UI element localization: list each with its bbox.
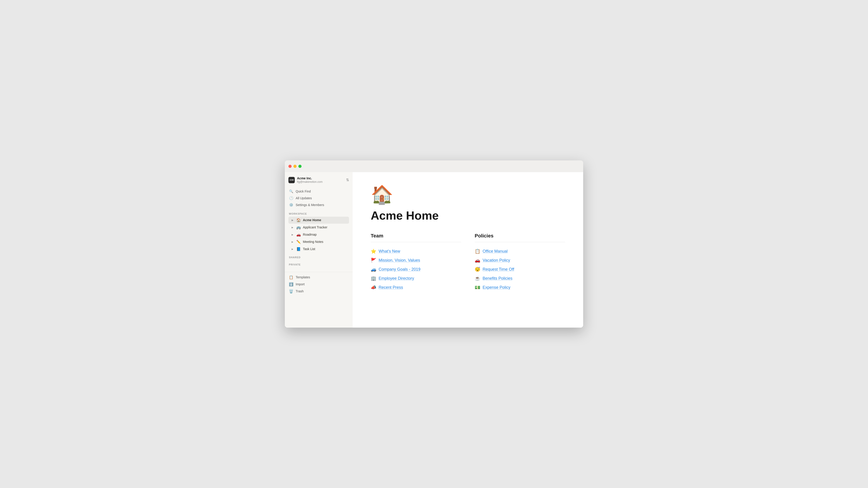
templates-button[interactable]: 📋 Templates [287,274,351,281]
workspace-switcher-button[interactable]: ⇅ [346,178,349,182]
link-expense-policy[interactable]: 💵 Expense Policy [475,283,565,292]
chevron-right-icon: ▶ [291,219,294,221]
minimize-button[interactable] [293,165,297,168]
trash-icon: 🗑️ [289,289,293,293]
nav-label-acme-home: Acme Home [303,218,347,222]
link-employee-directory[interactable]: 🏢 Employee Directory [371,274,461,283]
traffic-lights [288,165,302,168]
titlebar [285,160,583,172]
sidebar-item-applicant-tracker[interactable]: ▶ 🚌 Applicant Tracker [288,224,349,231]
page-title: Acme Home [371,209,565,222]
nav-emoji-task-list: 📘 [296,247,301,251]
chevron-right-icon: ▶ [291,248,294,250]
expense-policy-label: Expense Policy [483,285,510,290]
sidebar-item-roadmap[interactable]: ▶ 🚗 Roadmap [288,231,349,238]
chevron-right-icon: ▶ [291,226,294,229]
app-window: ACME Acme Inc. fig@makenotion.com ⇅ 🔍 Qu… [285,160,583,328]
clock-icon: 🕐 [289,196,293,200]
templates-label: Templates [296,275,310,279]
quick-find-button[interactable]: 🔍 Quick Find [287,188,351,195]
import-button[interactable]: ⬇️ Import [287,281,351,288]
request-time-off-label: Request Time Off [483,267,514,272]
chevron-right-icon: ▶ [291,240,294,243]
import-icon: ⬇️ [289,282,293,287]
employee-directory-emoji: 🏢 [371,275,376,281]
page-columns: Team ⭐ What's New 🚩 Mission, Vision, Val… [371,233,565,292]
team-column: Team ⭐ What's New 🚩 Mission, Vision, Val… [371,233,461,292]
sidebar-item-meeting-notes[interactable]: ▶ ✏️ Meeting Notes [288,238,349,246]
settings-button[interactable]: ⚙️ Settings & Members [287,201,351,208]
workspace-header: ACME Acme Inc. fig@makenotion.com ⇅ [285,172,352,187]
policies-column: Policies 📋 Office Manual 🚗 Vacation Poli… [475,233,565,292]
templates-icon: 📋 [289,275,293,280]
expense-policy-emoji: 💵 [475,285,480,290]
gear-icon: ⚙️ [289,203,293,207]
workspace-logo: ACME [288,177,295,183]
maximize-button[interactable] [298,165,302,168]
company-goals-label: Company Goals - 2019 [379,267,421,272]
link-whats-new[interactable]: ⭐ What's New [371,247,461,256]
policies-divider [475,242,565,242]
shared-section-label: SHARED [285,253,352,260]
chevron-right-icon: ▶ [291,233,294,236]
link-company-goals[interactable]: 🚙 Company Goals - 2019 [371,265,461,274]
link-office-manual[interactable]: 📋 Office Manual [475,247,565,256]
sidebar-bottom: 📋 Templates ⬇️ Import 🗑️ Trash [285,272,352,295]
recent-press-label: Recent Press [379,285,403,290]
link-mission[interactable]: 🚩 Mission, Vision, Values [371,256,461,265]
benefits-policies-label: Benefits Policies [483,276,513,281]
recent-press-emoji: 📣 [371,285,376,290]
trash-button[interactable]: 🗑️ Trash [287,288,351,295]
team-column-title: Team [371,233,461,239]
sidebar-item-acme-home[interactable]: ▶ 🏠 Acme Home [288,217,349,224]
nav-label-applicant-tracker: Applicant Tracker [303,225,347,229]
whats-new-label: What's New [379,249,400,254]
policies-column-title: Policies [475,233,565,239]
workspace-info: ACME Acme Inc. fig@makenotion.com [288,176,322,184]
vacation-policy-label: Vacation Policy [483,258,510,263]
company-goals-emoji: 🚙 [371,267,376,272]
vacation-policy-emoji: 🚗 [475,258,480,263]
workspace-section-label: WORKSPACE [285,209,352,217]
private-section-label: PRIVATE [285,260,352,267]
page-icon: 🏠 [371,186,565,204]
import-label: Import [296,283,305,286]
link-recent-press[interactable]: 📣 Recent Press [371,283,461,292]
trash-label: Trash [296,289,304,293]
all-updates-label: All Updates [296,196,312,200]
mission-emoji: 🚩 [371,258,376,263]
app-body: ACME Acme Inc. fig@makenotion.com ⇅ 🔍 Qu… [285,172,583,328]
office-manual-emoji: 📋 [475,249,480,254]
search-icon: 🔍 [289,189,293,193]
nav-label-roadmap: Roadmap [303,233,347,236]
link-vacation-policy[interactable]: 🚗 Vacation Policy [475,256,565,265]
nav-emoji-meeting-notes: ✏️ [296,240,301,244]
main-content: 🏠 Acme Home Team ⭐ What's New 🚩 Mission,… [352,172,583,328]
mission-label: Mission, Vision, Values [379,258,420,263]
nav-emoji-roadmap: 🚗 [296,232,301,237]
nav-emoji-acme-home: 🏠 [296,218,301,222]
settings-label: Settings & Members [296,203,324,207]
all-updates-button[interactable]: 🕐 All Updates [287,195,351,201]
nav-emoji-applicant-tracker: 🚌 [296,225,301,230]
workspace-nav: ▶ 🏠 Acme Home ▶ 🚌 Applicant Tracker ▶ 🚗 … [285,217,352,253]
whats-new-emoji: ⭐ [371,249,376,254]
sidebar-item-task-list[interactable]: ▶ 📘 Task List [288,246,349,253]
close-button[interactable] [288,165,291,168]
request-time-off-emoji: 😴 [475,267,480,272]
employee-directory-label: Employee Directory [379,276,414,281]
benefits-policies-emoji: ☕ [475,275,480,281]
workspace-text: Acme Inc. fig@makenotion.com [297,176,322,184]
workspace-name: Acme Inc. [297,176,322,180]
office-manual-label: Office Manual [483,249,508,254]
nav-label-task-list: Task List [303,247,347,251]
link-benefits-policies[interactable]: ☕ Benefits Policies [475,274,565,283]
sidebar-actions: 🔍 Quick Find 🕐 All Updates ⚙️ Settings &… [285,187,352,209]
team-divider [371,242,461,242]
nav-label-meeting-notes: Meeting Notes [303,240,347,243]
sidebar: ACME Acme Inc. fig@makenotion.com ⇅ 🔍 Qu… [285,172,352,328]
link-request-time-off[interactable]: 😴 Request Time Off [475,265,565,274]
workspace-email: fig@makenotion.com [297,180,322,184]
quick-find-label: Quick Find [296,190,311,193]
